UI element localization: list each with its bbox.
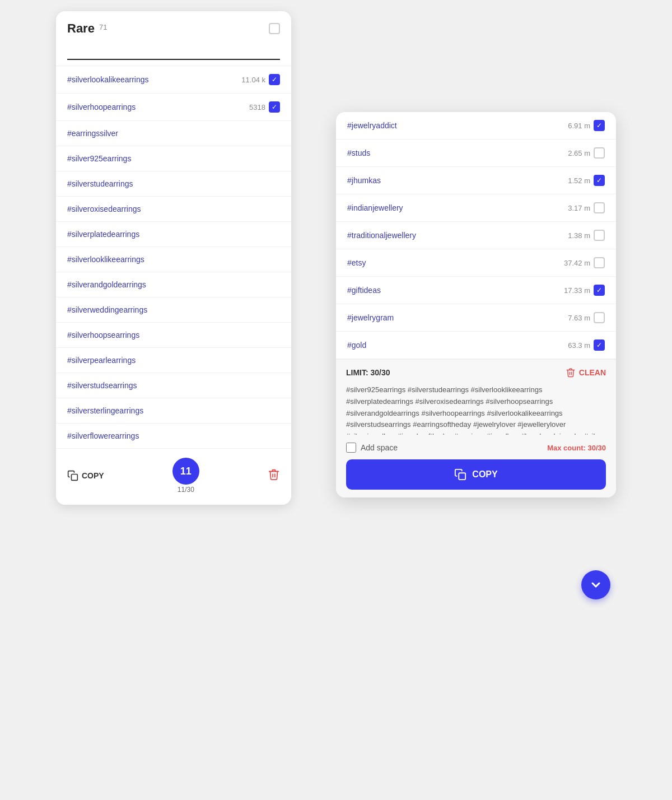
hashtag-tag: #etsy (347, 258, 366, 267)
copy-label-large: COPY (472, 469, 497, 480)
list-item[interactable]: #giftideas 17.33 m (336, 277, 616, 304)
max-count-text: Max count: 30/30 (547, 444, 606, 452)
back-card: Rare 71 #silverlookalikeearrings 11.04 k… (56, 11, 291, 505)
hashtag-tag: #traditionaljewellery (347, 231, 416, 240)
copy-icon-large (454, 468, 466, 481)
hashtag-check: 37.42 m (564, 257, 605, 268)
list-item[interactable]: #jewelrygram 7.63 m (336, 304, 616, 332)
search-input[interactable] (67, 40, 280, 60)
front-card-bottom: LIMIT: 30/30 CLEAN #silver925earrings #s… (336, 359, 616, 497)
trash-button-small[interactable] (268, 468, 280, 483)
list-item[interactable]: #indianjewellery 3.17 m (336, 194, 616, 222)
scroll-down-button[interactable] (581, 570, 610, 599)
list-item[interactable]: #silverlooklikeearrings (56, 247, 291, 272)
hashtag-checkbox[interactable] (269, 74, 280, 85)
list-item[interactable]: #studs 2.65 m (336, 139, 616, 167)
hashtag-checkbox[interactable] (594, 175, 605, 186)
hashtag-tag: #silveroxisedearrings (67, 204, 141, 213)
hashtag-tag: #silverandgoldearrings (67, 280, 146, 289)
list-item[interactable]: #silversterlingearrings (56, 398, 291, 424)
hashtag-checkbox[interactable] (594, 120, 605, 131)
hashtag-preview: #silver925earrings #silverstudearrings #… (346, 384, 606, 435)
add-space-checkbox[interactable] (346, 443, 356, 453)
clean-label: CLEAN (579, 368, 606, 377)
hashtag-count: 3.17 m (568, 204, 590, 212)
list-item[interactable]: #silverweddingearrings (56, 297, 291, 323)
hashtag-tag: #giftideas (347, 286, 381, 295)
hashtag-check: 5318 (249, 101, 280, 113)
hashtag-tag: #jewelryaddict (347, 121, 397, 130)
hashtag-check: 2.65 m (568, 147, 605, 159)
hashtag-check: 63.3 m (568, 339, 605, 351)
hashtag-count: 37.42 m (564, 259, 590, 267)
copy-icon (67, 470, 78, 481)
list-item[interactable]: #jhumkas 1.52 m (336, 167, 616, 194)
list-item[interactable]: #silverlookalikeearrings 11.04 k (56, 66, 291, 94)
hashtag-count: 63.3 m (568, 341, 590, 350)
count-badge: 11 (172, 458, 199, 485)
hashtag-tag: #silversterlingearrings (67, 406, 143, 415)
list-item[interactable]: #silverpearlearrings (56, 348, 291, 373)
back-hashtag-list: #silverlookalikeearrings 11.04 k #silver… (56, 66, 291, 449)
list-item[interactable]: #silver925earrings (56, 146, 291, 171)
chevron-down-icon (589, 578, 603, 592)
front-hashtag-list: #jewelryaddict 6.91 m #studs 2.65 m #jhu… (336, 112, 616, 359)
hashtag-count: 17.33 m (564, 286, 590, 295)
list-item[interactable]: #traditionaljewellery 1.38 m (336, 222, 616, 249)
trash-icon (268, 468, 280, 481)
hashtag-checkbox[interactable] (594, 257, 605, 268)
hashtag-checkbox[interactable] (594, 312, 605, 323)
hashtag-tag: #silverflowerearrings (67, 431, 139, 440)
list-item[interactable]: #silverhoopsearrings (56, 323, 291, 348)
limit-row: LIMIT: 30/30 CLEAN (346, 368, 606, 378)
hashtag-count: 5318 (249, 103, 265, 111)
list-item[interactable]: #silverstudsearrings (56, 373, 291, 398)
hashtag-tag: #silverweddingearrings (67, 305, 147, 314)
hashtag-checkbox[interactable] (594, 285, 605, 296)
list-item[interactable]: #silverhoopearrings 5318 (56, 94, 291, 121)
list-item[interactable]: #silverflowerearrings (56, 424, 291, 449)
title-text: Rare (67, 21, 95, 36)
list-item[interactable]: #jewelryaddict 6.91 m (336, 112, 616, 139)
count-sub: 11/30 (178, 486, 194, 494)
hashtag-tag: #silverhoopearrings (67, 103, 136, 111)
hashtag-tag: #silverlooklikeearrings (67, 255, 144, 264)
svg-rect-0 (72, 475, 78, 481)
max-count-value: 30/30 (587, 444, 606, 452)
hashtag-tag: #silverstudearrings (67, 179, 133, 188)
list-item[interactable]: #etsy 37.42 m (336, 249, 616, 277)
copy-button-small[interactable]: COPY (67, 470, 104, 481)
hashtag-tag: #silverhoopsearrings (67, 331, 139, 339)
list-item[interactable]: #silverstudearrings (56, 171, 291, 197)
hashtag-check: 6.91 m (568, 120, 605, 131)
hashtag-count: 11.04 k (241, 76, 265, 84)
hashtag-tag: #silverstudsearrings (67, 381, 137, 390)
clean-button[interactable]: CLEAN (566, 368, 606, 378)
hashtag-tag: #silverlookalikeearrings (67, 75, 149, 84)
hashtag-checkbox[interactable] (594, 202, 605, 213)
list-item[interactable]: #earringssilver (56, 121, 291, 146)
hashtag-tag: #indianjewellery (347, 203, 403, 212)
list-item[interactable]: #silverplatedearrings (56, 222, 291, 247)
copy-label: COPY (82, 471, 104, 480)
front-card: #jewelryaddict 6.91 m #studs 2.65 m #jhu… (336, 112, 616, 497)
list-item[interactable]: #silverandgoldearrings (56, 272, 291, 297)
hashtag-check: 3.17 m (568, 202, 605, 213)
hashtag-tag: #jewelrygram (347, 313, 394, 322)
hashtag-tag: #silverplatedearrings (67, 230, 139, 239)
hashtag-tag: #silverpearlearrings (67, 356, 136, 365)
title-checkbox[interactable] (269, 23, 280, 34)
add-space-label[interactable]: Add space (346, 443, 398, 453)
hashtag-check: 17.33 m (564, 285, 605, 296)
copy-button-large[interactable]: COPY (346, 459, 606, 490)
hashtag-checkbox[interactable] (594, 230, 605, 241)
hashtag-check: 7.63 m (568, 312, 605, 323)
add-space-text: Add space (361, 443, 398, 452)
hashtag-checkbox[interactable] (269, 101, 280, 113)
list-item[interactable]: #silveroxisedearrings (56, 197, 291, 222)
hashtag-checkbox[interactable] (594, 339, 605, 351)
hashtag-tag: #jhumkas (347, 176, 381, 185)
hashtag-checkbox[interactable] (594, 147, 605, 159)
back-card-title: Rare 71 (67, 21, 280, 36)
list-item[interactable]: #gold 63.3 m (336, 332, 616, 359)
